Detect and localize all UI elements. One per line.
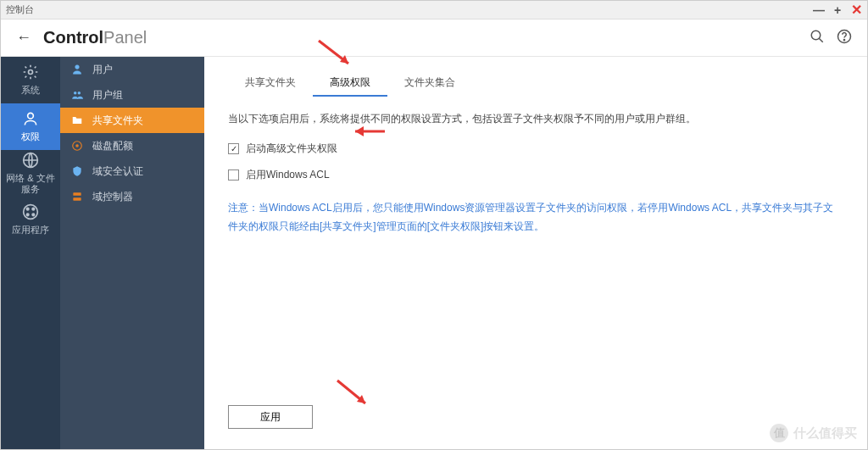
svg-point-9 (32, 208, 35, 211)
snav-user[interactable]: 用户 (60, 57, 204, 82)
pnav-network[interactable]: 网络 & 文件服务 (1, 150, 60, 197)
tab-shared-folder[interactable]: 共享文件夹 (228, 70, 313, 97)
user-icon (70, 63, 84, 76)
snav-usergroup[interactable]: 用户组 (60, 82, 204, 108)
svg-point-10 (26, 214, 29, 216)
checkbox-windows-acl[interactable]: 启用Windows ACL (228, 168, 843, 182)
checkbox-icon[interactable] (228, 169, 239, 181)
svg-point-11 (32, 214, 35, 216)
svg-rect-17 (73, 192, 81, 196)
svg-point-7 (24, 205, 38, 219)
intro-text: 当以下选项启用后，系统将提供不同的权限设置方式，包括设置子文件夹权限予不同的用户… (228, 112, 843, 126)
snav-shared-folder[interactable]: 共享文件夹 (60, 108, 204, 133)
checkbox-icon[interactable] (228, 143, 239, 154)
svg-point-0 (811, 31, 821, 40)
note-text: 注意：当Windows ACL启用后，您只能使用Windows资源管理器设置子文… (228, 199, 838, 236)
back-arrow-icon[interactable]: ← (16, 29, 31, 47)
pnav-system[interactable]: 系统 (1, 57, 60, 103)
pnav-apps[interactable]: 应用程序 (1, 197, 60, 243)
grid-icon (22, 203, 39, 222)
checkbox-advanced-permissions[interactable]: 启动高级文件夹权限 (228, 142, 843, 156)
disk-icon (70, 139, 84, 153)
snav-disk-quota[interactable]: 磁盘配额 (60, 133, 204, 158)
help-icon[interactable] (837, 29, 852, 47)
svg-point-14 (78, 92, 81, 95)
pnav-permissions[interactable]: 权限 (1, 103, 60, 150)
svg-point-3 (843, 40, 844, 41)
snav-domain-controller[interactable]: 域控制器 (60, 184, 204, 209)
server-icon (70, 190, 84, 203)
primary-nav: 系统 权限 网络 & 文件服务 应用程序 (1, 57, 60, 449)
folder-icon (70, 114, 84, 127)
maximize-button[interactable]: + (832, 4, 843, 16)
users-icon (70, 88, 84, 102)
user-icon (22, 110, 39, 129)
tab-advanced-permissions[interactable]: 高级权限 (313, 70, 387, 97)
svg-point-16 (76, 145, 78, 147)
svg-point-4 (29, 70, 33, 75)
close-button[interactable]: ✕ (850, 4, 862, 16)
gear-icon (22, 64, 39, 82)
secondary-nav: 用户 用户组 共享文件夹 磁盘配额 域安全认证 域控制器 (60, 57, 204, 449)
snav-domain-security[interactable]: 域安全认证 (60, 158, 204, 184)
titlebar: 控制台 — + ✕ (1, 1, 867, 19)
globe-icon (22, 152, 39, 170)
header: ← ControlPanel (1, 19, 867, 57)
content-area: 共享文件夹 高级权限 文件夹集合 当以下选项启用后，系统将提供不同的权限设置方式… (204, 57, 867, 449)
tab-folder-aggregation[interactable]: 文件夹集合 (387, 70, 472, 97)
window-title: 控制台 (6, 3, 813, 16)
search-icon[interactable] (810, 29, 825, 47)
minimize-button[interactable]: — (813, 4, 825, 16)
apply-button[interactable]: 应用 (228, 405, 313, 429)
shield-icon (70, 164, 84, 178)
svg-point-8 (26, 208, 29, 211)
svg-rect-18 (73, 197, 81, 201)
svg-point-5 (28, 114, 34, 119)
brand: ControlPanel (43, 28, 147, 47)
tabs: 共享文件夹 高级权限 文件夹集合 (204, 57, 867, 97)
svg-point-12 (75, 65, 80, 69)
svg-point-13 (74, 92, 77, 95)
svg-line-1 (819, 38, 823, 42)
